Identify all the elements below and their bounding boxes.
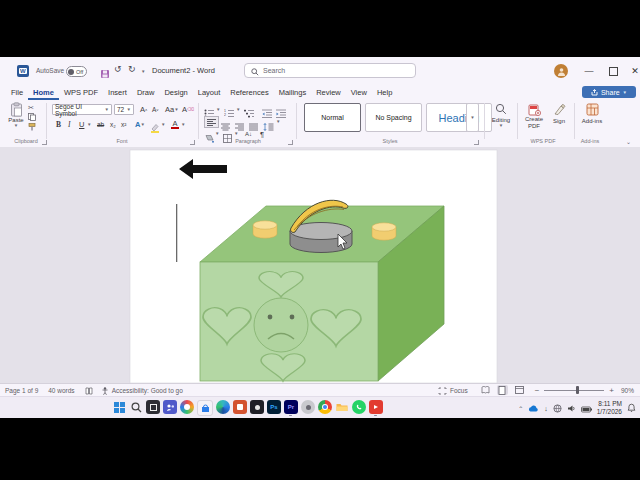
file-explorer-icon[interactable] xyxy=(335,400,349,414)
tab-view[interactable]: View xyxy=(346,86,372,100)
style-no-spacing[interactable]: No Spacing xyxy=(365,103,422,132)
numbering-caret-icon[interactable]: ▼ xyxy=(236,107,240,112)
tray-chevron-icon[interactable]: ⌃ xyxy=(518,405,523,412)
tab-draw[interactable]: Draw xyxy=(132,86,160,100)
highlight-button[interactable] xyxy=(150,119,160,137)
store-icon[interactable] xyxy=(197,400,213,416)
tab-file[interactable]: File xyxy=(6,86,28,100)
shrink-font-button[interactable]: A˅ xyxy=(150,104,161,114)
photoshop-icon[interactable]: Ps xyxy=(267,400,281,414)
save-icon[interactable] xyxy=(100,65,110,75)
zoom-level[interactable]: 90% xyxy=(621,387,634,394)
paste-button[interactable]: Paste ▼ xyxy=(6,102,26,136)
onedrive-cloud-icon[interactable] xyxy=(528,399,539,417)
teams-icon[interactable] xyxy=(163,400,177,414)
tab-home[interactable]: Home xyxy=(28,86,59,100)
tab-references[interactable]: References xyxy=(225,86,273,100)
font-size-select[interactable]: 72 ▼ xyxy=(114,104,134,115)
font-color-button[interactable]: A xyxy=(169,119,181,129)
restore-button[interactable] xyxy=(604,63,622,79)
notification-bell-icon[interactable] xyxy=(627,399,636,417)
tab-layout[interactable]: Layout xyxy=(193,86,226,100)
collapse-ribbon-icon[interactable]: ⌄ xyxy=(626,138,631,145)
bold-button[interactable]: B xyxy=(54,119,63,129)
chrome-icon[interactable] xyxy=(318,400,332,414)
web-layout-button[interactable] xyxy=(514,385,525,395)
premiere-icon[interactable]: Pr xyxy=(284,400,298,414)
shading-button[interactable] xyxy=(204,129,214,147)
clear-formatting-button[interactable]: A⌫ xyxy=(180,104,196,114)
document-canvas[interactable] xyxy=(0,147,640,383)
change-case-button[interactable]: Aa▼ xyxy=(163,104,181,114)
quick-access-caret-icon[interactable]: ▼ xyxy=(141,69,145,74)
font-dialog-launcher[interactable] xyxy=(190,140,195,145)
yellow-button-right[interactable] xyxy=(372,223,396,240)
search-box[interactable]: Search xyxy=(244,63,416,78)
italic-button[interactable]: I xyxy=(66,119,73,129)
start-button[interactable] xyxy=(112,400,126,414)
superscript-button[interactable]: x² xyxy=(119,119,128,129)
autosave-toggle[interactable]: Off xyxy=(66,66,87,77)
print-layout-button[interactable] xyxy=(497,385,508,395)
user-avatar[interactable] xyxy=(554,64,568,78)
subscript-button[interactable]: x₂ xyxy=(108,119,118,129)
accessibility-status[interactable]: Accessibility: Good to go xyxy=(112,387,183,394)
youtube-icon[interactable] xyxy=(369,400,383,414)
addins-button[interactable]: Add-ins xyxy=(578,103,606,124)
create-pdf-button[interactable]: Create PDF xyxy=(521,103,547,129)
task-view-icon[interactable] xyxy=(146,400,160,414)
bullets-caret-icon[interactable]: ▼ xyxy=(216,107,220,112)
paragraph-dialog-launcher[interactable] xyxy=(288,140,293,145)
clipchamp-icon[interactable] xyxy=(301,400,315,414)
tab-help[interactable]: Help xyxy=(372,86,397,100)
zoom-in-button[interactable]: + xyxy=(609,386,614,395)
share-button[interactable]: Share ▼ xyxy=(582,86,636,98)
strikethrough-button[interactable]: ab xyxy=(95,119,106,129)
volume-icon[interactable] xyxy=(567,399,576,417)
close-button[interactable]: ✕ xyxy=(626,63,640,79)
network-icon[interactable] xyxy=(553,399,562,417)
zoom-slider[interactable] xyxy=(544,390,604,391)
yellow-button-left[interactable] xyxy=(253,221,277,238)
xbox-icon[interactable] xyxy=(250,400,264,414)
whatsapp-icon[interactable] xyxy=(352,400,366,414)
minimize-button[interactable]: — xyxy=(580,63,598,79)
grow-font-button[interactable]: A˄ xyxy=(138,104,149,114)
style-heading[interactable]: Heading xyxy=(426,103,492,132)
highlight-caret-icon[interactable]: ▼ xyxy=(161,122,165,127)
borders-caret-icon[interactable]: ▼ xyxy=(234,131,238,136)
font-name-select[interactable]: Segoe UI Symbol ▼ xyxy=(52,104,112,115)
underline-button[interactable]: U xyxy=(77,119,86,129)
tray-clock[interactable]: 8:11 PM 1/7/2026 xyxy=(597,400,622,416)
read-mode-button[interactable] xyxy=(480,385,491,395)
taskbar-search-icon[interactable] xyxy=(129,400,143,414)
shading-caret-icon[interactable]: ▼ xyxy=(215,131,219,136)
focus-label[interactable]: Focus xyxy=(450,387,468,394)
styles-gallery-more-button[interactable]: ▼ xyxy=(466,103,479,132)
sign-button[interactable]: Sign xyxy=(548,103,570,124)
edge-icon[interactable] xyxy=(216,400,230,414)
cut-button[interactable]: ✂ xyxy=(28,104,36,111)
page-indicator[interactable]: Page 1 of 9 xyxy=(5,387,38,394)
powerpoint-icon[interactable] xyxy=(233,400,247,414)
copilot-icon[interactable] xyxy=(180,400,194,414)
undo-icon[interactable]: ↺ xyxy=(114,64,122,74)
tab-design[interactable]: Design xyxy=(159,86,192,100)
styles-dialog-launcher[interactable] xyxy=(474,140,479,145)
redo-icon[interactable]: ↻ xyxy=(128,64,136,74)
clipboard-dialog-launcher[interactable] xyxy=(42,140,47,145)
text-effects-button[interactable]: A▼ xyxy=(133,119,147,129)
align-left-button[interactable] xyxy=(204,116,219,128)
word-count[interactable]: 40 words xyxy=(48,387,74,394)
font-color-caret-icon[interactable]: ▼ xyxy=(181,122,185,127)
tab-insert[interactable]: Insert xyxy=(103,86,132,100)
battery-icon[interactable] xyxy=(581,399,592,417)
zoom-slider-thumb[interactable] xyxy=(576,386,579,394)
format-painter-button[interactable] xyxy=(28,123,36,131)
download-arrow-icon[interactable]: ↓ xyxy=(544,405,548,412)
line-spacing-caret-icon[interactable]: ▼ xyxy=(276,119,280,124)
tab-mailings[interactable]: Mailings xyxy=(274,86,312,100)
copy-button[interactable] xyxy=(28,113,36,121)
tab-wps-pdf[interactable]: WPS PDF xyxy=(59,86,103,100)
tab-review[interactable]: Review xyxy=(311,86,346,100)
